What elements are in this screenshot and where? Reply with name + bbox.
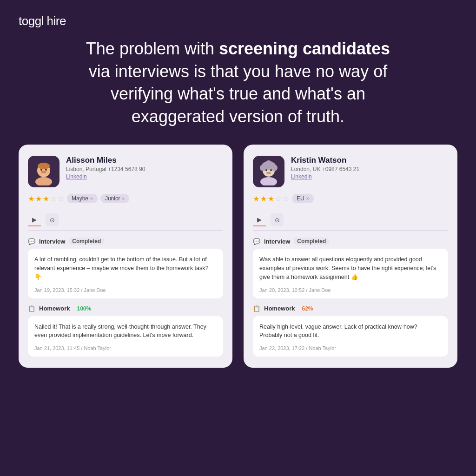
logo: toggl hire — [19, 14, 66, 28]
svg-point-4 — [41, 171, 46, 173]
stars-row-kristin: ★ ★ ★ ☆ ☆ EU × — [253, 194, 448, 203]
headline-line4: exaggerated version of truth. — [132, 107, 344, 126]
page-wrapper: toggl hire The problem with screening ca… — [0, 0, 476, 476]
profile-name-kristin: Kristin Watson — [291, 156, 359, 165]
tab-profile-btn-kristin[interactable]: ▶ — [253, 213, 266, 226]
interview-icon-kristin: 💬 — [253, 238, 260, 245]
homework-note-card-kristin: Really high-level, vague answer. Lack of… — [253, 316, 448, 357]
headline-line1: The problem with — [86, 39, 219, 58]
tag-junior[interactable]: Junior × — [100, 194, 130, 203]
cards-row: Alisson Miles Lisbon, Portugal +1234 567… — [19, 145, 457, 368]
homework-header-alisson: 📋 Homework 100% — [28, 305, 223, 312]
profile-location-kristin: London, UK +0987 6543 21 — [291, 166, 359, 172]
profile-location-alisson: Lisbon, Portugal +1234 5678 90 — [66, 166, 145, 172]
star-k1: ★ — [253, 194, 259, 203]
card-alisson: Alisson Miles Lisbon, Portugal +1234 567… — [19, 145, 232, 368]
star-k3: ★ — [268, 194, 274, 203]
tag-maybe-remove[interactable]: × — [90, 196, 93, 201]
stars-alisson: ★ ★ ★ ☆ ☆ — [28, 194, 64, 203]
stars-row-alisson: ★ ★ ★ ☆ ☆ Maybe × Junior × — [28, 194, 223, 203]
logo-brand: toggl — [19, 14, 44, 28]
interview-note-meta-alisson: Jan 19, 2023, 15:32 / Jane Doe — [34, 287, 106, 293]
interview-icon-alisson: 💬 — [28, 238, 35, 245]
star-5: ☆ — [58, 194, 64, 203]
tag-maybe-label: Maybe — [72, 195, 88, 202]
homework-percent-kristin: 62% — [298, 305, 316, 312]
profile-name-alisson: Alisson Miles — [66, 156, 145, 165]
profile-info-alisson: Alisson Miles Lisbon, Portugal +1234 567… — [66, 156, 145, 180]
homework-note-card-alisson: Nailed it! That is a really strong, well… — [28, 316, 223, 357]
profile-linkedin-kristin[interactable]: Linkedin — [291, 173, 359, 180]
logo-suffix: hire — [44, 14, 66, 28]
svg-point-14 — [265, 169, 267, 171]
tag-eu-remove[interactable]: × — [306, 196, 309, 201]
interview-section-kristin: 💬 Interview Completed Was able to answer… — [253, 238, 448, 298]
profile-info-kristin: Kristin Watson London, UK +0987 6543 21 … — [291, 156, 359, 180]
tab-history-btn-kristin[interactable]: ⊙ — [271, 213, 284, 226]
star-k5: ☆ — [283, 194, 289, 203]
interview-status-kristin: Completed — [294, 238, 329, 245]
interview-section-alisson: 💬 Interview Completed A lot of rambling,… — [28, 238, 223, 298]
profile-linkedin-alisson[interactable]: Linkedin — [66, 173, 145, 180]
homework-note-meta-alisson: Jan 21, 2023, 11:45 / Noah Taylor — [34, 345, 111, 351]
stars-kristin: ★ ★ ★ ☆ ☆ — [253, 194, 289, 203]
homework-section-alisson: 📋 Homework 100% Nailed it! That is a rea… — [28, 305, 223, 357]
tag-maybe[interactable]: Maybe × — [67, 194, 98, 203]
headline-line2: via interviews is that you have no way o… — [89, 62, 387, 81]
interview-note-text-alisson: A lot of rambling, couldn't get to the b… — [34, 255, 217, 281]
homework-percent-alisson: 100% — [73, 305, 94, 312]
homework-title-kristin: Homework — [264, 305, 295, 312]
homework-header-kristin: 📋 Homework 62% — [253, 305, 448, 312]
homework-icon-alisson: 📋 — [28, 305, 35, 312]
homework-title-alisson: Homework — [39, 305, 70, 312]
headline: The problem with screening candidates vi… — [86, 38, 390, 128]
profile-header-kristin: Kristin Watson London, UK +0987 6543 21 … — [253, 156, 448, 187]
logo-area: toggl hire — [19, 14, 66, 28]
svg-point-3 — [38, 163, 50, 169]
homework-note-text-kristin: Really high-level, vague answer. Lack of… — [259, 323, 442, 340]
interview-header-alisson: 💬 Interview Completed — [28, 238, 223, 245]
star-3: ★ — [43, 194, 49, 203]
svg-point-5 — [40, 169, 42, 171]
star-2: ★ — [35, 194, 42, 203]
tags-alisson: Maybe × Junior × — [67, 194, 129, 203]
homework-note-meta-kristin: Jan 22, 2023, 17:22 / Noah Taylor — [259, 345, 336, 351]
headline-line3: verifying what's true and what's an — [111, 84, 365, 103]
tab-icons-alisson: ▶ ⊙ — [28, 213, 223, 231]
tags-kristin: EU × — [292, 194, 314, 203]
interview-title-kristin: Interview — [264, 238, 290, 245]
svg-point-13 — [265, 160, 272, 168]
star-k4: ☆ — [275, 194, 282, 203]
tag-eu-label: EU — [297, 195, 304, 202]
card-kristin: Kristin Watson London, UK +0987 6543 21 … — [244, 145, 457, 368]
homework-section-kristin: 📋 Homework 62% Really high-level, vague … — [253, 305, 448, 357]
profile-header-alisson: Alisson Miles Lisbon, Portugal +1234 567… — [28, 156, 223, 187]
homework-icon-kristin: 📋 — [253, 305, 260, 312]
svg-point-6 — [45, 169, 47, 171]
interview-header-kristin: 💬 Interview Completed — [253, 238, 448, 245]
avatar-alisson — [28, 156, 60, 187]
svg-point-16 — [266, 172, 271, 174]
interview-note-text-kristin: Was able to answer all questions eloquen… — [259, 255, 442, 281]
tag-junior-label: Junior — [105, 195, 120, 202]
interview-note-card-alisson: A lot of rambling, couldn't get to the b… — [28, 249, 223, 298]
interview-status-alisson: Completed — [69, 238, 104, 245]
avatar-kristin — [253, 156, 284, 187]
interview-note-card-kristin: Was able to answer all questions eloquen… — [253, 249, 448, 298]
headline-emphasis: screening candidates — [219, 39, 390, 58]
star-4: ☆ — [50, 194, 57, 203]
star-k2: ★ — [260, 194, 267, 203]
tab-history-btn-alisson[interactable]: ⊙ — [46, 213, 59, 226]
interview-title-alisson: Interview — [39, 238, 65, 245]
interview-note-meta-kristin: Jan 20, 2023, 10:52 / Jane Doe — [259, 287, 331, 293]
homework-note-text-alisson: Nailed it! That is a really strong, well… — [34, 323, 217, 340]
tab-icons-kristin: ▶ ⊙ — [253, 213, 448, 231]
tag-junior-remove[interactable]: × — [122, 196, 125, 201]
svg-point-15 — [270, 169, 272, 171]
star-1: ★ — [28, 194, 34, 203]
tag-eu[interactable]: EU × — [292, 194, 314, 203]
tab-profile-btn-alisson[interactable]: ▶ — [28, 213, 41, 226]
